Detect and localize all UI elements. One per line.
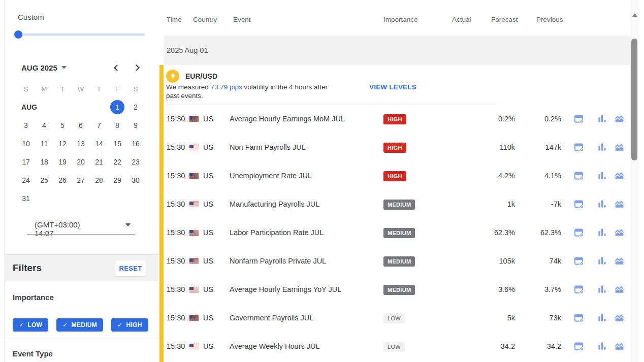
volatility-chart-icon[interactable] xyxy=(615,284,624,294)
calendar-day-12[interactable]: 12 xyxy=(53,135,72,153)
calendar-month-select[interactable]: AUG 2025 xyxy=(21,62,67,73)
calendar-day-11[interactable]: 11 xyxy=(35,135,53,153)
event-row[interactable]: 15:30 US Average Hourly Earnings YoY JUL… xyxy=(164,276,630,304)
us-flag-icon xyxy=(189,344,199,350)
calendar-day-9[interactable]: 9 xyxy=(126,116,145,135)
previous-value: 3.7% xyxy=(519,285,561,293)
calendar-day-17[interactable]: 17 xyxy=(17,153,35,171)
calendar-day-29[interactable]: 29 xyxy=(108,171,126,189)
event-row[interactable]: 15:30 US Average Weekly Hours JUL LOW 34… xyxy=(164,333,630,361)
volatility-insight: EUR/USD We measured 73.79 pips volatilit… xyxy=(164,65,630,105)
importance-badge: LOW xyxy=(383,313,405,323)
event-time: 15:30 xyxy=(167,285,185,293)
importance-filter-medium-button[interactable]: ✓MEDIUM xyxy=(56,318,103,332)
view-levels-link[interactable]: VIEW LEVELS xyxy=(369,83,416,91)
volatility-chart-icon[interactable] xyxy=(615,171,624,180)
calendar-day-16[interactable]: 16 xyxy=(126,135,145,153)
calendar-day-3[interactable]: 3 xyxy=(17,116,35,135)
timezone-label[interactable]: (GMT+03:00) 14:07 xyxy=(35,220,80,238)
calendar-day-30[interactable]: 30 xyxy=(126,171,145,189)
weekday-label: S xyxy=(126,80,145,98)
history-bar-chart-icon[interactable] xyxy=(597,227,607,237)
pips-link[interactable]: 73.79 pips xyxy=(211,83,242,91)
add-to-calendar-icon[interactable] xyxy=(574,313,584,322)
date-range-slider-thumb[interactable] xyxy=(14,30,22,39)
calendar-day-2[interactable]: 2 xyxy=(126,98,145,116)
vertical-scrollbar[interactable] xyxy=(630,0,638,362)
history-bar-chart-icon[interactable] xyxy=(597,284,607,294)
calendar-day-1[interactable]: 1 xyxy=(110,100,124,114)
event-row[interactable]: 15:30 US Non Farm Payrolls JUL HIGH 110k… xyxy=(164,134,630,162)
calendar-day-22[interactable]: 22 xyxy=(108,153,126,171)
history-bar-chart-icon[interactable] xyxy=(597,171,607,180)
volatility-chart-icon[interactable] xyxy=(615,227,624,237)
calendar-day-31[interactable]: 31 xyxy=(17,189,35,208)
history-bar-chart-icon[interactable] xyxy=(597,256,607,266)
scrollbar-thumb[interactable] xyxy=(631,39,637,160)
add-to-calendar-icon[interactable] xyxy=(574,341,584,351)
event-name: Manufacturing Payrolls JUL xyxy=(230,200,319,208)
calendar-day-14[interactable]: 14 xyxy=(90,135,108,153)
event-name: Labor Participation Rate JUL xyxy=(230,228,324,237)
event-row[interactable]: 15:30 US Manufacturing Payrolls JUL MEDI… xyxy=(164,190,630,219)
column-header-time: Time xyxy=(167,16,182,23)
add-to-calendar-icon[interactable] xyxy=(574,227,584,237)
volatility-chart-icon[interactable] xyxy=(615,142,624,152)
calendar-day-5[interactable]: 5 xyxy=(53,116,72,135)
calendar-next-month-icon[interactable] xyxy=(133,64,140,71)
calendar-day-8[interactable]: 8 xyxy=(108,116,126,135)
importance-filter-high-button[interactable]: ✓HIGH xyxy=(111,318,148,332)
history-bar-chart-icon[interactable] xyxy=(597,114,607,123)
history-bar-chart-icon[interactable] xyxy=(597,313,607,322)
event-row[interactable]: 15:30 US Unemployment Rate JUL HIGH 4.2%… xyxy=(164,162,630,190)
reset-filters-button[interactable]: RESET xyxy=(115,260,146,276)
event-row[interactable]: 15:30 US Government Payrolls JUL LOW 5k … xyxy=(164,304,630,333)
calendar-day-10[interactable]: 10 xyxy=(17,135,35,153)
volatility-chart-icon[interactable] xyxy=(615,199,624,209)
calendar-day-24[interactable]: 24 xyxy=(17,171,35,189)
column-header-forecast: Forecast xyxy=(491,16,518,23)
add-to-calendar-icon[interactable] xyxy=(574,256,584,266)
volatility-chart-icon[interactable] xyxy=(615,114,624,123)
add-to-calendar-icon[interactable] xyxy=(574,171,584,180)
event-row[interactable]: 15:30 US Average Hourly Earnings MoM JUL… xyxy=(164,105,630,134)
calendar-day-28[interactable]: 28 xyxy=(90,171,108,189)
add-to-calendar-icon[interactable] xyxy=(574,284,584,294)
calendar-day-23[interactable]: 23 xyxy=(126,153,145,171)
calendar-day-6[interactable]: 6 xyxy=(72,116,90,135)
importance-filter-low-button[interactable]: ✓LOW xyxy=(13,318,48,332)
column-header-previous: Previous xyxy=(536,16,563,23)
event-row[interactable]: 15:30 US Nonfarm Payrolls Private JUL ME… xyxy=(164,247,630,276)
volatility-chart-icon[interactable] xyxy=(615,256,624,266)
calendar-prev-month-icon[interactable] xyxy=(114,64,120,71)
calendar-day-26[interactable]: 26 xyxy=(53,171,72,189)
event-row[interactable]: 15:30 US Labor Participation Rate JUL ME… xyxy=(164,219,630,247)
forecast-value: 105k xyxy=(438,257,515,265)
event-country: US xyxy=(203,115,213,123)
scroll-up-arrow-icon[interactable] xyxy=(632,13,638,17)
add-to-calendar-icon[interactable] xyxy=(574,114,584,123)
filters-header: Filters RESET xyxy=(4,254,158,281)
importance-badge: HIGH xyxy=(383,143,406,153)
history-bar-chart-icon[interactable] xyxy=(597,199,607,209)
event-name: Unemployment Rate JUL xyxy=(230,172,312,180)
calendar-day-13[interactable]: 13 xyxy=(72,135,90,153)
calendar-day-18[interactable]: 18 xyxy=(35,153,53,171)
add-to-calendar-icon[interactable] xyxy=(574,199,584,209)
calendar-day-21[interactable]: 21 xyxy=(90,153,108,171)
date-range-slider-track[interactable] xyxy=(14,34,145,36)
add-to-calendar-icon[interactable] xyxy=(574,142,584,152)
calendar-day-19[interactable]: 19 xyxy=(53,153,72,171)
calendar-day-27[interactable]: 27 xyxy=(72,171,90,189)
history-bar-chart-icon[interactable] xyxy=(597,341,607,351)
column-header-actual: Actual xyxy=(452,16,471,23)
calendar-day-15[interactable]: 15 xyxy=(108,135,126,153)
calendar-day-7[interactable]: 7 xyxy=(90,116,108,135)
history-bar-chart-icon[interactable] xyxy=(597,142,607,152)
calendar-day-4[interactable]: 4 xyxy=(35,116,53,135)
volatility-chart-icon[interactable] xyxy=(615,313,624,322)
calendar-day-20[interactable]: 20 xyxy=(72,153,90,171)
forecast-value: 0.2% xyxy=(438,115,515,123)
calendar-day-25[interactable]: 25 xyxy=(35,171,53,189)
volatility-chart-icon[interactable] xyxy=(615,341,624,351)
